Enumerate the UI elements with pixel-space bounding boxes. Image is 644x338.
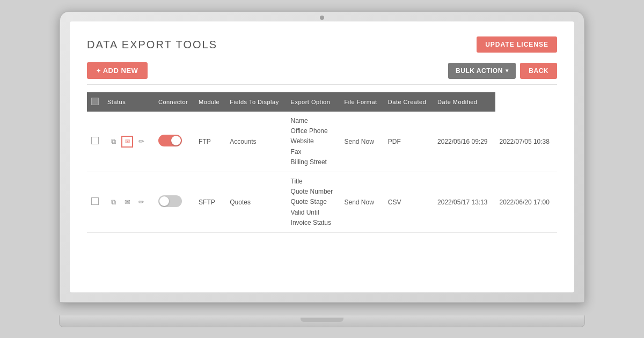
laptop-base	[59, 315, 585, 327]
row-connector-cell: SFTP	[194, 172, 225, 232]
status-toggle[interactable]	[158, 135, 182, 146]
row-file-format-cell: PDF	[384, 112, 433, 172]
laptop-display: DATA EXPORT TOOLS UPDATE LICENSE + ADD N…	[59, 11, 585, 303]
header-checkbox-cell	[87, 92, 103, 112]
row-module-cell: Accounts	[225, 112, 286, 172]
row-module-cell: Quotes	[225, 172, 286, 232]
laptop-screen: DATA EXPORT TOOLS UPDATE LICENSE + ADD N…	[70, 21, 574, 292]
header-file-format: File Format	[340, 92, 383, 112]
row-fields-cell: TitleQuote NumberQuote StageValid UntilI…	[287, 172, 340, 232]
copy-icon[interactable]: ⧉	[107, 196, 119, 208]
page-title: DATA EXPORT TOOLS	[87, 39, 217, 51]
row-fields-cell: NameOffice PhoneWebsiteFaxBilling Street	[287, 112, 340, 172]
row-date-modified-cell: 2022/07/05 10:38	[495, 112, 558, 172]
header-date-modified: Date Modified	[433, 92, 495, 112]
edit-icon[interactable]: ✏	[135, 196, 147, 208]
row-checkbox[interactable]	[91, 197, 99, 205]
row-export-option-cell: Send Now	[340, 112, 383, 172]
row-date-created-cell: 2022/05/17 13:13	[433, 172, 495, 232]
row-actions-cell: ⧉✉✏	[103, 112, 154, 172]
row-date-modified-cell: 2022/06/20 17:00	[495, 172, 558, 232]
data-table: Status Connector Module Fields To Displa…	[87, 92, 557, 233]
header-module: Module	[194, 92, 225, 112]
back-button[interactable]: BACK	[520, 63, 557, 79]
status-toggle[interactable]	[158, 195, 182, 207]
row-status-cell	[154, 112, 194, 172]
row-export-option-cell: Send Now	[340, 172, 383, 232]
add-new-button[interactable]: + ADD NEW	[87, 62, 148, 79]
row-actions-cell: ⧉✉✏	[103, 172, 154, 232]
select-all-checkbox[interactable]	[91, 98, 99, 105]
mail-icon[interactable]: ✉	[121, 136, 133, 148]
header-fields: Fields To Display	[225, 92, 286, 112]
table-row: ⧉✉✏SFTPQuotesTitleQuote NumberQuote Stag…	[87, 172, 557, 232]
edit-icon[interactable]: ✏	[135, 136, 147, 148]
copy-icon[interactable]: ⧉	[107, 136, 119, 148]
toolbar: + ADD NEW BULK ACTION ▾ BACK	[87, 62, 557, 85]
laptop-camera	[320, 16, 324, 20]
row-file-format-cell: CSV	[384, 172, 433, 232]
row-checkbox-cell	[87, 112, 103, 172]
header-export-option: Export Option	[287, 92, 340, 112]
bulk-action-label: BULK ACTION	[456, 67, 503, 75]
laptop-shell: DATA EXPORT TOOLS UPDATE LICENSE + ADD N…	[59, 11, 585, 327]
toolbar-right: BULK ACTION ▾ BACK	[448, 63, 557, 79]
header-status: Status	[103, 92, 154, 112]
row-checkbox-cell	[87, 172, 103, 232]
mail-icon[interactable]: ✉	[121, 196, 133, 208]
row-date-created-cell: 2022/05/16 09:29	[433, 112, 495, 172]
header-date-created: Date Created	[384, 92, 433, 112]
row-connector-cell: FTP	[194, 112, 225, 172]
bulk-action-button[interactable]: BULK ACTION ▾	[448, 63, 516, 79]
table-header-row: Status Connector Module Fields To Displa…	[87, 92, 557, 112]
row-checkbox[interactable]	[91, 137, 99, 144]
screen-content: DATA EXPORT TOOLS UPDATE LICENSE + ADD N…	[70, 21, 574, 292]
header-connector: Connector	[154, 92, 194, 112]
update-license-button[interactable]: UPDATE LICENSE	[477, 36, 557, 53]
page-header: DATA EXPORT TOOLS UPDATE LICENSE	[87, 36, 557, 53]
table-row: ⧉✉✏FTPAccountsNameOffice PhoneWebsiteFax…	[87, 112, 557, 172]
row-status-cell	[154, 172, 194, 232]
bulk-action-arrow-icon: ▾	[506, 68, 509, 74]
